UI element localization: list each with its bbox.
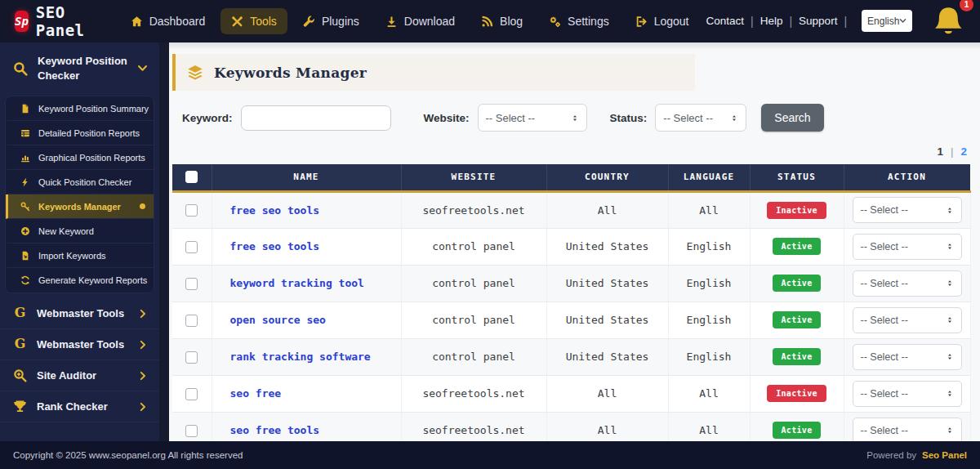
column-header-status: STATUS xyxy=(750,164,844,191)
chevron-right-icon xyxy=(138,309,148,319)
content-panel: Keywords Manager Keyword: Website: -- Se… xyxy=(169,42,980,458)
sidebar-item[interactable]: Import Keywords xyxy=(6,243,154,268)
website-select[interactable]: -- Select -- xyxy=(478,104,587,132)
nav-menu-item[interactable]: Logout xyxy=(625,8,700,34)
select-all-checkbox[interactable] xyxy=(185,171,198,183)
nav-menu-item[interactable]: Settings xyxy=(538,8,620,34)
row-checkbox[interactable] xyxy=(185,278,198,290)
action-select[interactable]: -- Select -- xyxy=(853,270,962,297)
keyword-link[interactable]: seo free xyxy=(230,387,282,400)
action-select[interactable]: -- Select -- xyxy=(853,381,962,407)
language-cell: All xyxy=(668,375,750,412)
status-label: Status: xyxy=(610,112,648,124)
table-row: free seo tools seofreetools.net All All … xyxy=(172,191,970,228)
updown-arrows-icon xyxy=(946,425,954,436)
sidebar-item-label: Import Keywords xyxy=(38,251,145,261)
sidebar-section-label: Site Auditor xyxy=(37,369,128,382)
sidebar-item[interactable]: Keywords Manager xyxy=(6,194,154,219)
nav-menu-item[interactable]: Blog xyxy=(470,8,533,34)
table-row: keyword tracking tool control panel Unit… xyxy=(172,265,970,302)
sidebar-section-icon xyxy=(13,368,27,382)
row-checkbox[interactable] xyxy=(185,388,198,400)
keyword-link[interactable]: free seo tools xyxy=(230,204,320,217)
pagination-page-link[interactable]: 2 xyxy=(960,145,967,158)
action-select-value: -- Select -- xyxy=(861,351,908,363)
chevron-down-icon xyxy=(137,63,148,74)
keyword-link[interactable]: keyword tracking tool xyxy=(230,277,364,289)
svg-text:G: G xyxy=(15,306,26,320)
main-area: Keywords Manager Keyword: Website: -- Se… xyxy=(159,42,980,441)
sidebar-item[interactable]: New Keyword xyxy=(6,219,154,243)
nav-menu-item[interactable]: Tools xyxy=(220,8,287,34)
sidebar-section-icon xyxy=(13,400,27,413)
sidebar-item[interactable]: Generate Keyword Reports xyxy=(6,268,154,293)
updown-arrows-icon xyxy=(730,113,738,123)
keyword-input[interactable] xyxy=(241,105,391,131)
column-header-action: ACTION xyxy=(844,164,970,191)
country-cell: United States xyxy=(546,228,668,265)
nav-menu-item[interactable]: Download xyxy=(375,8,466,34)
top-navbar: Sp SEO Panel Dashboard Tools Plugins Dow… xyxy=(0,0,980,42)
language-select[interactable]: English xyxy=(862,10,912,32)
column-header-name: NAME xyxy=(212,164,401,191)
keyword-link[interactable]: free seo tools xyxy=(230,240,320,252)
table-header-row: NAME WEBSITE COUNTRY LANGUAGE STATUS ACT… xyxy=(172,164,970,191)
status-badge: Active xyxy=(773,275,822,292)
row-checkbox[interactable] xyxy=(185,315,198,327)
action-select-value: -- Select -- xyxy=(861,241,908,252)
sidebar-item[interactable]: Quick Position Checker xyxy=(6,170,154,194)
footer-brand-link[interactable]: Seo Panel xyxy=(922,450,967,460)
status-badge: Active xyxy=(773,348,822,365)
status-select-value: -- Select -- xyxy=(663,112,713,124)
action-select[interactable]: -- Select -- xyxy=(853,197,962,223)
keyword-link[interactable]: rank tracking software xyxy=(230,351,371,363)
bell-icon xyxy=(932,5,965,38)
keywords-table: NAME WEBSITE COUNTRY LANGUAGE STATUS ACT… xyxy=(172,164,971,449)
sidebar-item-icon xyxy=(20,275,30,285)
sidebar-section-item[interactable]: Rank Checker xyxy=(0,391,159,422)
notification-badge: 1 xyxy=(960,0,973,11)
top-link[interactable]: Help xyxy=(754,15,790,27)
top-link[interactable]: Contact xyxy=(700,15,751,27)
sidebar-item[interactable]: Graphical Position Reports xyxy=(6,145,154,170)
status-badge: Active xyxy=(773,311,822,328)
country-cell: All xyxy=(546,191,668,228)
sidebar-item-icon xyxy=(20,128,30,138)
row-checkbox[interactable] xyxy=(185,241,198,253)
sidebar-item-label: Quick Position Checker xyxy=(38,177,145,187)
action-select[interactable]: -- Select -- xyxy=(853,307,962,333)
sidebar-section-label: Keyword Position Checker xyxy=(38,54,127,83)
action-select[interactable]: -- Select -- xyxy=(853,418,962,444)
status-select[interactable]: -- Select -- xyxy=(655,104,746,132)
keyword-link[interactable]: open source seo xyxy=(230,314,326,326)
sidebar-section-label: Webmaster Tools xyxy=(37,338,128,351)
sidebar-item[interactable]: Detailed Position Reports xyxy=(6,121,154,145)
column-header-language: LANGUAGE xyxy=(668,164,750,191)
pagination-separator: | xyxy=(951,145,954,158)
nav-menu-item[interactable]: Dashboard xyxy=(120,8,216,34)
sidebar-section-item[interactable]: Site Auditor xyxy=(0,360,159,391)
row-checkbox[interactable] xyxy=(185,351,198,364)
keyword-link[interactable]: seo free tools xyxy=(230,424,320,436)
website-select-value: -- Select -- xyxy=(486,112,536,124)
nav-item-label: Settings xyxy=(568,15,609,28)
sidebar-section-item[interactable]: G Webmaster Tools xyxy=(0,298,159,329)
action-select[interactable]: -- Select -- xyxy=(853,234,962,260)
search-icon xyxy=(13,61,28,76)
updown-arrows-icon xyxy=(571,113,579,123)
row-checkbox[interactable] xyxy=(185,204,198,217)
row-checkbox[interactable] xyxy=(185,425,198,437)
nav-item-label: Download xyxy=(404,15,455,28)
notifications-button[interactable]: 1 xyxy=(932,5,965,38)
action-select[interactable]: -- Select -- xyxy=(853,344,962,370)
brand-link[interactable]: Sp SEO Panel xyxy=(15,3,92,39)
sidebar-section-item[interactable]: G Webmaster Tools xyxy=(0,329,159,360)
nav-menu-item[interactable]: Plugins xyxy=(292,8,370,34)
top-link[interactable]: Support xyxy=(792,15,844,27)
sidebar-section-keyword-position-checker[interactable]: Keyword Position Checker xyxy=(0,42,159,96)
sidebar-item[interactable]: Keyword Position Summary xyxy=(6,96,154,121)
page-header: Keywords Manager xyxy=(172,54,695,91)
action-select-value: -- Select -- xyxy=(861,278,908,289)
active-dot-icon xyxy=(140,203,145,209)
search-button[interactable]: Search xyxy=(761,104,823,132)
